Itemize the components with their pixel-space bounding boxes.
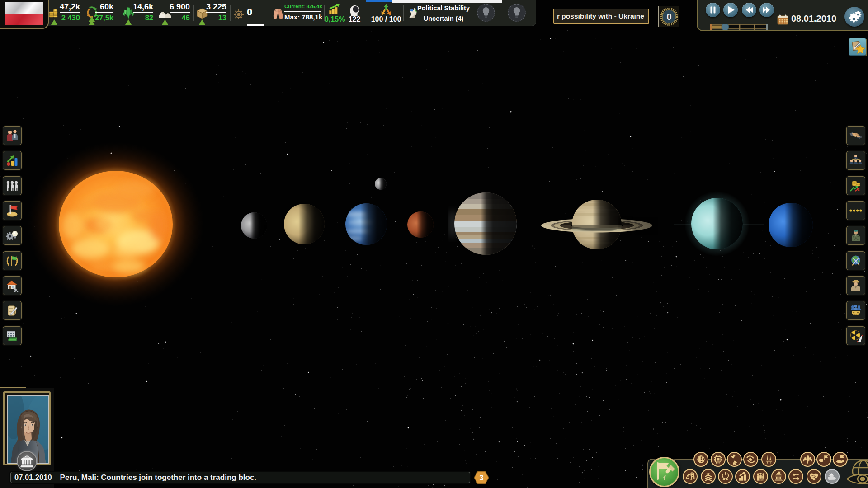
svg-text:0: 0 [666, 12, 671, 22]
svg-text:3: 3 [480, 474, 484, 482]
